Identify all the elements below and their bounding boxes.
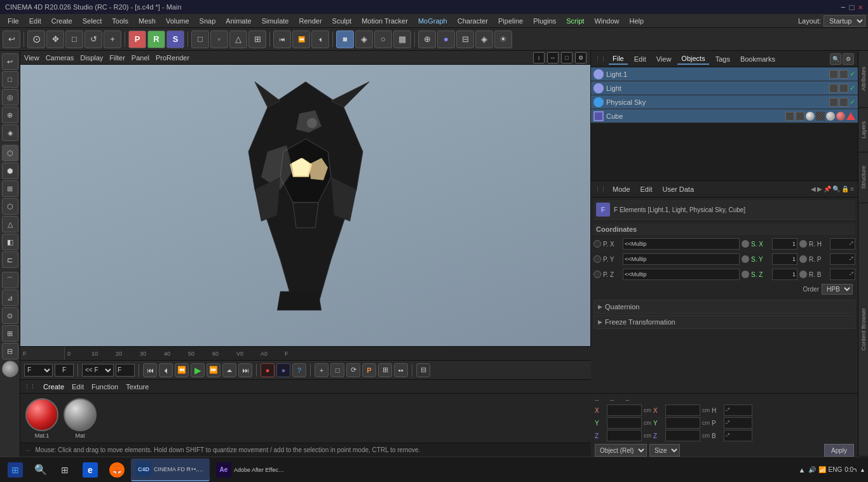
record-btn[interactable]: ● [261, 363, 275, 377]
light1-dot1[interactable] [829, 70, 838, 79]
goto-end-btn[interactable]: ⏭ [238, 363, 252, 377]
object-mode-btn[interactable]: □ [191, 30, 209, 48]
render-btn[interactable]: ● [437, 30, 455, 48]
obj-row-physical-sky[interactable]: Physical Sky ✓ [591, 95, 858, 109]
light1-dot2[interactable] [839, 70, 848, 79]
py-input[interactable] [623, 253, 740, 265]
attr-tab-mode[interactable]: Mode [609, 184, 634, 194]
material-item-mat1[interactable]: Mat.1 [25, 398, 58, 439]
left-tool-14[interactable]: ⊿ [2, 290, 18, 306]
px-radio[interactable] [593, 240, 601, 248]
maximize-button[interactable]: □ [850, 3, 855, 12]
h-input[interactable] [724, 405, 752, 416]
view-sphere[interactable] [2, 361, 18, 377]
task-view-btn[interactable]: ⊞ [53, 459, 76, 481]
obj-tab-file[interactable]: File [609, 53, 628, 65]
py-dot[interactable] [742, 255, 749, 263]
viewport-menu-prorender[interactable]: ProRender [156, 54, 189, 62]
obj-tab-edit[interactable]: Edit [630, 54, 650, 64]
taskbar-date-arrow[interactable]: ▲ [860, 467, 865, 473]
mat-tab-texture[interactable]: Texture [126, 383, 149, 391]
freeze-transformation-row[interactable]: ▶ Freeze Transformation [593, 315, 855, 329]
menu-file[interactable]: File [3, 16, 24, 26]
menu-sculpt[interactable]: Sculpt [327, 16, 357, 26]
viewport-menu-panel[interactable]: Panel [132, 54, 149, 62]
axis-p-btn[interactable]: P [128, 30, 146, 48]
left-tool-15[interactable]: ⊙ [2, 307, 18, 324]
size-select[interactable]: Size [649, 444, 680, 457]
layout-select[interactable]: Startup [824, 15, 865, 27]
obj-tab-view[interactable]: View [653, 54, 675, 64]
px-input[interactable] [623, 238, 740, 250]
mat-tab-create[interactable]: Create [43, 383, 64, 391]
fps-select[interactable]: << F [82, 364, 114, 377]
cube-dot1[interactable] [785, 112, 794, 121]
cube-mat1[interactable] [806, 112, 815, 121]
mat-tab-function[interactable]: Function [92, 383, 118, 391]
menu-mograph[interactable]: MoGraph [413, 16, 452, 26]
sx-input[interactable] [772, 238, 797, 250]
cube-mat4[interactable] [836, 112, 845, 121]
left-tool-7[interactable]: ⬢ [2, 163, 18, 179]
menu-animate[interactable]: Animate [220, 16, 256, 26]
rp-input[interactable] [830, 253, 855, 265]
menu-mesh[interactable]: Mesh [133, 16, 161, 26]
minimize-button[interactable]: − [841, 3, 846, 12]
menu-pipeline[interactable]: Pipeline [493, 16, 528, 26]
front-view-btn[interactable]: ◈ [355, 30, 373, 48]
viewport-settings-ctrl[interactable]: ⚙ [575, 52, 587, 64]
left-tool-17[interactable]: ⊟ [2, 343, 18, 359]
perspective-view-btn[interactable]: ■ [336, 30, 354, 48]
left-tool-11[interactable]: ◧ [2, 234, 18, 250]
taskbar-volume[interactable]: 🔊 [808, 466, 816, 473]
vtab-attributes[interactable]: Attributes [858, 51, 868, 108]
menu-window[interactable]: Window [589, 16, 624, 26]
viewport-menu-filter[interactable]: Filter [109, 54, 125, 62]
cube-dot2[interactable] [796, 112, 804, 121]
left-tool-1[interactable]: ↩ [2, 53, 18, 70]
attr-tab-userdata[interactable]: User Data [659, 184, 698, 194]
goto-start-btn[interactable]: ⏮ [143, 363, 157, 377]
light-dot2[interactable] [839, 84, 848, 93]
obj-row-light[interactable]: Light ✓ [591, 81, 858, 95]
obj-tab-tags[interactable]: Tags [712, 54, 734, 64]
left-tool-5[interactable]: ◈ [2, 124, 18, 141]
light1-check[interactable]: ✓ [850, 70, 855, 78]
render-picture-btn[interactable]: ☀ [494, 30, 512, 48]
apply-button[interactable]: Apply [824, 444, 854, 457]
left-tool-16[interactable]: ⊞ [2, 325, 18, 342]
quaternion-row[interactable]: ▶ Quaternion [593, 300, 855, 314]
attr-pin-btn[interactable]: 📌 [824, 185, 831, 192]
left-tool-4[interactable]: ⊕ [2, 107, 18, 123]
taskbar-app-aftereffects[interactable]: Ae Adobe After Effects C... [211, 459, 290, 481]
side-view-btn[interactable]: ○ [374, 30, 392, 48]
help-btn[interactable]: ? [292, 363, 306, 377]
material-item-mat2[interactable]: Mat [64, 398, 97, 439]
left-tool-10[interactable]: △ [2, 216, 18, 232]
autokey-btn[interactable]: ⟳ [346, 363, 360, 377]
py-radio[interactable] [593, 255, 601, 263]
taskbar-network[interactable]: 📶 [818, 466, 826, 473]
menu-create[interactable]: Create [46, 16, 78, 26]
light-dot1[interactable] [829, 84, 838, 93]
motion-path-btn[interactable]: P [362, 363, 376, 377]
obj-row-light1[interactable]: Light.1 ✓ [591, 67, 858, 81]
attr-back-btn[interactable]: ◀ [811, 185, 816, 192]
b-input[interactable] [724, 430, 752, 441]
play-reverse-btn[interactable]: ⏪ [175, 363, 189, 377]
next-frame-btn[interactable]: ⏶ [222, 363, 236, 377]
left-tool-12[interactable]: ⊏ [2, 251, 18, 268]
attr-fwd-btn[interactable]: ▶ [817, 185, 822, 192]
sz-input[interactable] [772, 269, 797, 280]
menu-select[interactable]: Select [78, 16, 107, 26]
vtab-layers[interactable]: Layers [858, 108, 868, 152]
left-tool-3[interactable]: ◎ [2, 89, 18, 105]
menu-tools[interactable]: Tools [107, 16, 133, 26]
z-input[interactable] [607, 430, 642, 441]
menu-character[interactable]: Character [452, 16, 493, 26]
order-select[interactable]: HPB [822, 284, 853, 295]
light-check[interactable]: ✓ [850, 84, 855, 92]
record-pos-btn[interactable]: ● [276, 363, 290, 377]
key-pos-btn[interactable]: ⏴ [311, 30, 329, 48]
viewport-solo-btn[interactable]: ⊟ [416, 363, 430, 377]
